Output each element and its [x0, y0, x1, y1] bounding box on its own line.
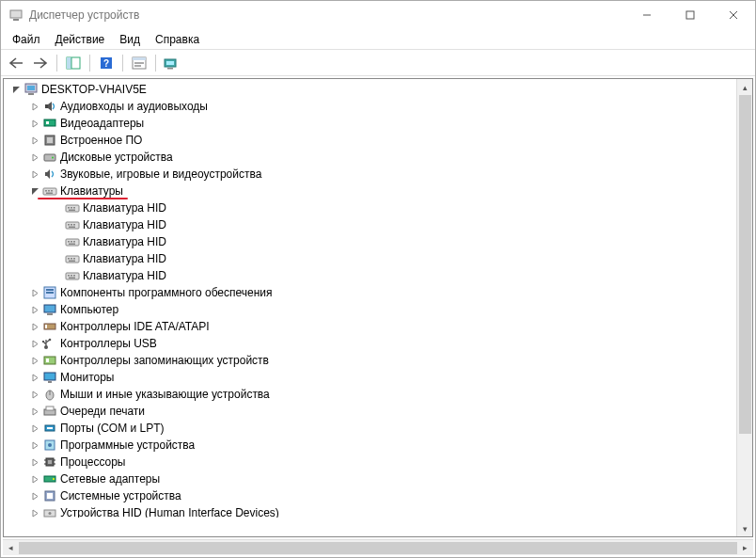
svg-rect-59: [46, 289, 54, 291]
tree-node-label: Компоненты программного обеспечения: [60, 286, 273, 299]
tree-category[interactable]: Контроллеры запоминающих устройств: [4, 352, 736, 369]
tree-node-label: Мониторы: [60, 371, 114, 384]
svg-rect-40: [71, 224, 72, 226]
tree-node-label: Контроллеры USB: [60, 337, 157, 350]
app-icon: [8, 8, 24, 23]
menu-view[interactable]: Вид: [112, 31, 148, 48]
tree-device[interactable]: Клавиатура HID: [4, 199, 736, 216]
svg-rect-60: [46, 292, 54, 294]
expand-caret-icon[interactable]: [28, 388, 41, 401]
back-button[interactable]: [5, 53, 27, 73]
vertical-scrollbar[interactable]: ▴ ▾: [736, 79, 752, 536]
tree-category[interactable]: Видеоадаптеры: [4, 115, 736, 132]
menu-file[interactable]: Файл: [5, 31, 48, 48]
usb-icon: [42, 336, 57, 351]
expand-caret-icon[interactable]: [28, 167, 41, 181]
expand-caret-icon[interactable]: [28, 134, 41, 147]
tree-category[interactable]: Аудиовходы и аудиовыходы: [4, 98, 736, 115]
scroll-right-arrow[interactable]: ▸: [737, 540, 753, 556]
expand-caret-icon[interactable]: [28, 303, 41, 316]
minimize-button[interactable]: [625, 1, 669, 29]
tree-category[interactable]: Очереди печати: [4, 403, 736, 420]
tree-category[interactable]: Сетевые адаптеры: [4, 470, 736, 487]
scroll-down-arrow[interactable]: ▾: [737, 520, 753, 536]
expand-caret-icon[interactable]: [28, 286, 41, 299]
expand-caret-icon[interactable]: [28, 422, 41, 435]
titlebar[interactable]: Диспетчер устройств: [1, 1, 755, 29]
tree-node-label: Процессоры: [60, 455, 126, 469]
tree-category[interactable]: Мониторы: [4, 369, 736, 386]
keyboard-icon: [65, 200, 80, 215]
expand-caret-icon[interactable]: [28, 151, 41, 164]
horizontal-scrollbar[interactable]: ◂ ▸: [3, 539, 753, 555]
content-area: DESKTOP-VHAIV5EАудиовходы и аудиовыходыВ…: [3, 78, 753, 537]
scroll-up-arrow[interactable]: ▴: [737, 79, 753, 95]
tree-category[interactable]: Программные устройства: [4, 437, 736, 454]
maximize-button[interactable]: [669, 1, 712, 29]
caret-spacer: [51, 218, 64, 231]
tree-category[interactable]: Компьютер: [4, 301, 736, 318]
expand-caret-icon[interactable]: [28, 489, 41, 502]
tree-category[interactable]: Дисковые устройства: [4, 149, 736, 166]
tree-category[interactable]: Звуковые, игровые и видеоустройства: [4, 166, 736, 183]
expand-caret-icon[interactable]: [28, 354, 41, 367]
collapse-caret-icon[interactable]: [9, 83, 23, 96]
show-hide-console-tree-button[interactable]: [62, 53, 85, 73]
toolbar-separator: [56, 55, 57, 72]
tree-device[interactable]: Клавиатура HID: [4, 216, 736, 233]
help-button[interactable]: ?: [95, 53, 118, 73]
svg-rect-14: [134, 65, 141, 67]
expand-caret-icon[interactable]: [28, 405, 41, 418]
tree-category[interactable]: Системные устройства: [4, 487, 736, 504]
tree-category[interactable]: Контроллеры IDE ATA/ATAPI: [4, 318, 736, 335]
tree-category[interactable]: Контроллеры USB: [4, 335, 736, 352]
expand-caret-icon[interactable]: [28, 455, 41, 469]
disk-icon: [42, 150, 57, 165]
caret-spacer: [51, 269, 64, 282]
svg-rect-26: [44, 154, 55, 161]
svg-rect-16: [166, 61, 174, 65]
expand-caret-icon[interactable]: [28, 100, 41, 113]
scroll-left-arrow[interactable]: ◂: [3, 540, 19, 556]
svg-rect-7: [67, 57, 71, 69]
forward-button[interactable]: [29, 53, 52, 73]
expand-caret-icon[interactable]: [28, 117, 41, 130]
svg-rect-13: [134, 62, 144, 64]
tree-node-label: Дисковые устройства: [60, 151, 173, 164]
window-controls: [625, 1, 755, 29]
close-button[interactable]: [712, 1, 755, 29]
svg-rect-75: [46, 407, 54, 410]
expand-caret-icon[interactable]: [28, 438, 41, 452]
scroll-thumb[interactable]: [739, 95, 751, 434]
expand-caret-icon[interactable]: [28, 472, 41, 486]
tree-root[interactable]: DESKTOP-VHAIV5E: [4, 81, 736, 98]
expand-caret-icon[interactable]: [28, 337, 41, 350]
tree-category[interactable]: Компоненты программного обеспечения: [4, 284, 736, 301]
tree-category[interactable]: Встроенное ПО: [4, 132, 736, 149]
menu-action[interactable]: Действие: [48, 31, 113, 48]
tree-device[interactable]: Клавиатура HID: [4, 233, 736, 250]
properties-button[interactable]: [128, 53, 150, 73]
collapse-caret-icon[interactable]: [28, 184, 41, 198]
expand-caret-icon[interactable]: [28, 371, 41, 384]
scan-hardware-button[interactable]: [161, 53, 183, 73]
expand-caret-icon[interactable]: [28, 320, 41, 333]
svg-rect-51: [73, 258, 75, 260]
svg-rect-41: [73, 224, 75, 226]
tree-node-label: Клавиатура HID: [83, 218, 166, 231]
expand-caret-icon[interactable]: [28, 506, 41, 518]
device-tree[interactable]: DESKTOP-VHAIV5EАудиовходы и аудиовыходыВ…: [4, 79, 736, 536]
tree-category[interactable]: Порты (COM и LPT): [4, 420, 736, 437]
tree-category[interactable]: Мыши и иные указывающие устройства: [4, 386, 736, 403]
svg-rect-32: [46, 193, 53, 195]
menu-help[interactable]: Справка: [148, 31, 207, 48]
tree-category[interactable]: Процессоры: [4, 454, 736, 470]
tree-category[interactable]: Клавиатуры: [4, 183, 736, 199]
tree-node-label: Встроенное ПО: [60, 134, 142, 147]
scroll-thumb-h[interactable]: [19, 542, 737, 554]
tree-device[interactable]: Клавиатура HID: [4, 250, 736, 267]
svg-rect-62: [47, 313, 53, 315]
tree-category[interactable]: Устройства HID (Human Interface Devices): [4, 504, 736, 518]
firmware-icon: [42, 133, 57, 148]
tree-device[interactable]: Клавиатура HID: [4, 267, 736, 284]
